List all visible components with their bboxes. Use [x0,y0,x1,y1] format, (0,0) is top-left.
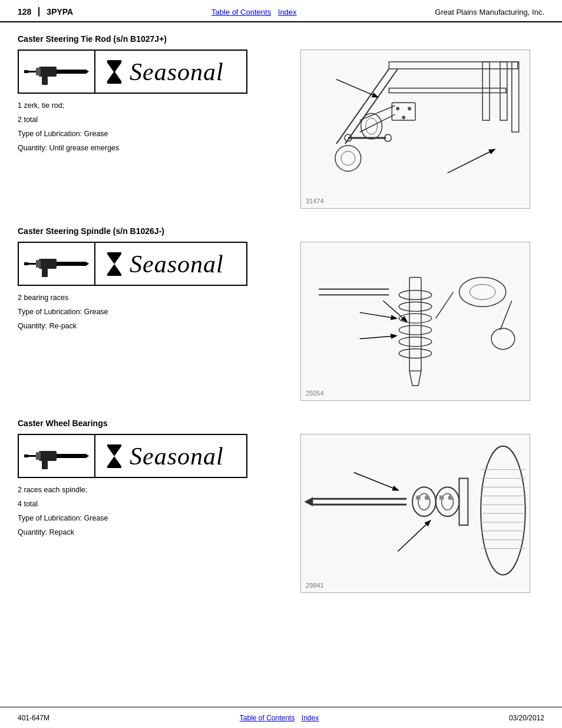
diagram-label-1: 31474 [306,197,324,205]
svg-rect-74 [36,452,41,460]
svg-marker-78 [107,456,121,466]
svg-marker-48 [107,264,121,274]
header-left: 128 3PYPA [18,7,73,17]
svg-rect-45 [107,252,121,254]
svg-rect-44 [36,260,41,268]
svg-rect-6 [36,68,41,75]
svg-rect-15 [301,50,529,208]
svg-point-103 [439,495,444,500]
section-title-2: Caster Steering Spindle (s/n B1026J-) [18,226,544,236]
svg-marker-71 [86,454,89,458]
svg-rect-38 [54,262,86,266]
svg-rect-69 [39,451,57,461]
svg-rect-8 [107,82,121,84]
svg-marker-9 [107,62,121,72]
seasonal-text-3: Seasonal [130,442,224,470]
doc-id: 3PYPA [47,7,73,17]
svg-point-102 [425,495,429,500]
svg-marker-47 [107,254,121,264]
hourglass-icon-3 [105,444,124,468]
footer-center: Table of Contents Index [237,713,321,722]
page-footer: 401-647M Table of Contents Index 03/20/2… [0,707,562,728]
index-link[interactable]: Index [278,8,297,17]
section-caster-tie-rod: Caster Steering Tie Rod (s/n B1027J+) [18,34,544,209]
section-title-1: Caster Steering Tie Rod (s/n B1027J+) [18,34,544,44]
diagram-label-3: 29841 [306,582,324,589]
section-left-2: Seasonal 2 bearing races Type of Lubrica… [18,242,289,401]
desc2-1: 2 total [18,114,289,126]
page-number: 128 [18,7,39,17]
section-body-2: Seasonal 2 bearing races Type of Lubrica… [18,242,544,401]
svg-point-37 [402,116,405,119]
svg-rect-76 [107,466,121,468]
svg-rect-39 [39,259,57,269]
footer-toc-link[interactable]: Table of Contents [240,714,295,722]
section-right-3: 29841 [300,434,544,593]
desc3-2: Type of Lubrication: Grease [18,306,289,318]
seasonal-text-1: Seasonal [130,58,224,86]
section-caster-spindle: Caster Steering Spindle (s/n B1026J-) [18,226,544,401]
diagram-3: 29841 [300,434,530,593]
diagram-label-2: 25054 [306,390,324,397]
header-right: Great Plains Manufacturing, Inc. [435,8,544,17]
svg-point-104 [448,495,453,500]
svg-rect-40 [42,269,48,277]
svg-rect-43 [24,262,28,265]
section-right-2: 25054 [300,242,544,401]
section-title-3: Caster Wheel Bearings [18,419,544,428]
svg-marker-3 [86,70,89,74]
page-header: 128 3PYPA Table of Contents Index Great … [0,0,562,22]
section-left-1: Seasonal 1 zerk, tie rod; 2 total Type o… [18,50,289,209]
desc4-2: Quantity: Re-pack [18,320,289,332]
desc4-3: Quantity: Repack [18,526,289,538]
svg-rect-46 [107,274,121,276]
footer-index-link[interactable]: Index [302,714,319,722]
grease-gun-icon-1 [19,51,95,93]
svg-rect-70 [42,461,48,469]
svg-rect-0 [54,70,86,74]
svg-point-36 [408,107,411,110]
desc2-3: 4 total [18,498,289,510]
diagram-1: 31474 [300,50,530,209]
section-body-3: Seasonal 2 races each spindle; 4 total T… [18,434,544,593]
svg-rect-1 [39,67,57,77]
footer-date: 03/20/2012 [509,714,544,722]
svg-point-101 [416,495,421,500]
desc4-1: Quantity: Until grease emerges [18,142,289,154]
diagram-2: 25054 [300,242,530,401]
svg-marker-10 [107,72,121,82]
svg-point-35 [396,107,399,110]
hourglass-icon-1 [105,60,124,84]
section-body-1: Seasonal 1 zerk, tie rod; 2 total Type o… [18,50,544,209]
svg-marker-41 [86,262,89,266]
hourglass-icon-2 [105,252,124,276]
toc-link[interactable]: Table of Contents [211,8,271,17]
seasonal-right-3: Seasonal [95,442,246,470]
svg-rect-73 [24,454,28,457]
svg-rect-7 [107,60,121,62]
svg-rect-49 [301,242,529,400]
seasonal-badge-3: Seasonal [18,434,247,478]
desc3-1: Type of Lubrication: Grease [18,128,289,140]
grease-gun-icon-3 [19,435,95,477]
svg-rect-2 [42,77,48,85]
footer-part-number: 401-647M [18,714,49,722]
svg-rect-68 [54,454,86,458]
svg-marker-77 [107,446,121,456]
main-content: Caster Steering Tie Rod (s/n B1027J+) [0,22,562,622]
section-right-1: 31474 [300,50,544,209]
svg-rect-5 [24,70,28,73]
desc3-3: Type of Lubrication: Grease [18,512,289,524]
seasonal-right-1: Seasonal [95,58,246,86]
svg-rect-75 [107,444,121,446]
seasonal-right-2: Seasonal [95,250,246,278]
grease-gun-icon-2 [19,243,95,285]
seasonal-badge-2: Seasonal [18,242,247,286]
section-left-3: Seasonal 2 races each spindle; 4 total T… [18,434,289,593]
desc1-1: 1 zerk, tie rod; [18,100,289,111]
desc1-2: 2 bearing races [18,292,289,304]
section-caster-wheel: Caster Wheel Bearings [18,419,544,593]
seasonal-badge-1: Seasonal [18,50,247,94]
desc1-3: 2 races each spindle; [18,484,289,496]
header-center: Table of Contents Index [209,8,299,17]
